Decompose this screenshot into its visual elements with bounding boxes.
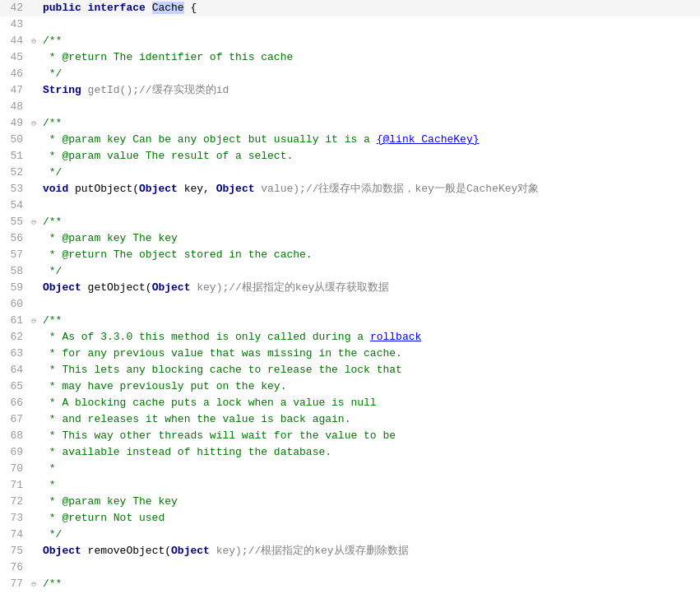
- line-number: 52: [0, 165, 31, 181]
- table-row: 63 * for any previous value that was mis…: [0, 346, 700, 362]
- fold-dot: ⊖: [31, 315, 39, 327]
- line-number: 51: [0, 148, 31, 165]
- code-content: String getId();//缓存实现类的id: [39, 82, 229, 99]
- table-row: 45 * @return The identifier of this cach…: [0, 49, 700, 66]
- line-number: 66: [0, 395, 31, 411]
- table-row: 72 * @param key The key: [0, 494, 700, 510]
- line-number: 73: [0, 510, 31, 527]
- line-number: 58: [0, 263, 31, 280]
- code-content: Object getObject(Object key);//根据指定的key从…: [39, 280, 389, 296]
- line-number: 56: [0, 230, 31, 247]
- code-content: * @param key Can be any object but usual…: [39, 132, 480, 148]
- line-number: 65: [0, 378, 31, 395]
- table-row: 60: [0, 296, 700, 313]
- table-row: 59 Object getObject(Object key);//根据指定的k…: [0, 280, 700, 296]
- table-row: 66 * A blocking cache puts a lock when a…: [0, 395, 700, 411]
- table-row: 57 * @return The object stored in the ca…: [0, 247, 700, 263]
- table-row: 49⊖/**: [0, 115, 700, 132]
- code-content: * may have previously put on the key.: [39, 378, 286, 395]
- fold-dot: ⊖: [31, 35, 39, 48]
- code-content: /**: [39, 115, 62, 132]
- code-content: /**: [39, 33, 62, 49]
- line-number: 59: [0, 280, 31, 296]
- line-number: 49: [0, 115, 31, 132]
- code-content: /**: [39, 576, 62, 592]
- code-content: * and releases it when the value is back…: [39, 411, 350, 428]
- line-number: 70: [0, 461, 31, 477]
- table-row: 44⊖/**: [0, 33, 700, 49]
- table-row: 47 String getId();//缓存实现类的id: [0, 82, 700, 99]
- line-number: 53: [0, 181, 31, 197]
- line-number: 44: [0, 33, 31, 49]
- code-content: * @param value The result of a select.: [39, 148, 293, 165]
- line-number: 75: [0, 543, 31, 559]
- code-content: * @param key The key: [39, 494, 178, 510]
- code-content: */: [39, 66, 62, 82]
- line-number: 68: [0, 428, 31, 444]
- line-number: 43: [0, 16, 31, 33]
- table-row: 55⊖/**: [0, 214, 700, 230]
- fold-dot: ⊖: [31, 578, 39, 591]
- code-content: * @return The object stored in the cache…: [39, 247, 313, 263]
- table-row: 48: [0, 99, 700, 115]
- table-row: 46 */: [0, 66, 700, 82]
- line-number: 47: [0, 82, 31, 99]
- code-content: * A blocking cache puts a lock when a va…: [39, 395, 377, 411]
- code-content: *: [39, 461, 56, 477]
- table-row: 61⊖/**: [0, 313, 700, 329]
- table-row: 69 * available instead of hitting the da…: [0, 444, 700, 461]
- code-content: */: [39, 527, 62, 543]
- code-content: void putObject(Object key, Object value)…: [39, 181, 539, 197]
- line-number: 62: [0, 329, 31, 346]
- table-row: 51 * @param value The result of a select…: [0, 148, 700, 165]
- line-number: 48: [0, 99, 31, 115]
- code-content: /**: [39, 214, 62, 230]
- code-content: * for any previous value that was missin…: [39, 346, 402, 362]
- table-row: 77⊖/**: [0, 576, 700, 592]
- code-content: public interface Cache {: [39, 0, 197, 16]
- line-number: 61: [0, 313, 31, 329]
- code-content: * @return The identifier of this cache: [39, 49, 293, 66]
- code-content: */: [39, 263, 62, 280]
- line-number: 71: [0, 477, 31, 494]
- line-number: 63: [0, 346, 31, 362]
- line-number: 54: [0, 197, 31, 214]
- line-number: 77: [0, 576, 31, 592]
- line-number: 57: [0, 247, 31, 263]
- table-row: 70 *: [0, 461, 700, 477]
- code-content: * @return Not used: [39, 510, 165, 527]
- code-content: * available instead of hitting the datab…: [39, 444, 331, 461]
- table-row: 58 */: [0, 263, 700, 280]
- line-number: 64: [0, 362, 31, 378]
- table-row: 73 * @return Not used: [0, 510, 700, 527]
- line-number: 76: [0, 559, 31, 576]
- table-row: 74 */: [0, 527, 700, 543]
- table-row: 50 * @param key Can be any object but us…: [0, 132, 700, 148]
- table-row: 56 * @param key The key: [0, 230, 700, 247]
- table-row: 67 * and releases it when the value is b…: [0, 411, 700, 428]
- table-row: 76: [0, 559, 700, 576]
- code-content: *: [39, 477, 56, 494]
- table-row: 54: [0, 197, 700, 214]
- table-row: 52 */: [0, 165, 700, 181]
- line-number: 55: [0, 214, 31, 230]
- code-editor: 42 public interface Cache {43 44⊖/**45 *…: [0, 0, 700, 594]
- line-number: 45: [0, 49, 31, 66]
- line-number: 50: [0, 132, 31, 148]
- line-number: 42: [0, 0, 31, 16]
- fold-dot: ⊖: [31, 118, 39, 130]
- line-number: 72: [0, 494, 31, 510]
- table-row: 65 * may have previously put on the key.: [0, 378, 700, 395]
- table-row: 75 Object removeObject(Object key);//根据指…: [0, 543, 700, 559]
- code-content: * As of 3.3.0 this method is only called…: [39, 329, 421, 346]
- line-number: 46: [0, 66, 31, 82]
- code-content: * @param key The key: [39, 230, 178, 247]
- code-content: /**: [39, 313, 62, 329]
- code-content: * This way other threads will wait for t…: [39, 428, 396, 444]
- table-row: 68 * This way other threads will wait fo…: [0, 428, 700, 444]
- table-row: 71 *: [0, 477, 700, 494]
- line-number: 74: [0, 527, 31, 543]
- code-content: */: [39, 165, 62, 181]
- code-content: Object removeObject(Object key);//根据指定的k…: [39, 543, 409, 559]
- line-number: 69: [0, 444, 31, 461]
